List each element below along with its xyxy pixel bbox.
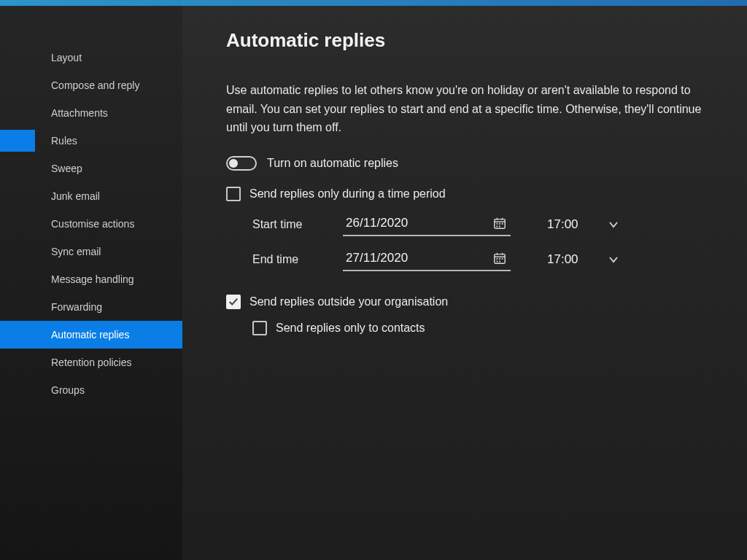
start-time-row: Start time 26/11/2020 17:00 bbox=[252, 213, 718, 236]
start-time-label: Start time bbox=[252, 218, 325, 231]
svg-rect-13 bbox=[497, 258, 498, 260]
page-title: Automatic replies bbox=[226, 29, 718, 52]
end-time-label: End time bbox=[252, 253, 325, 266]
start-date-value: 26/11/2020 bbox=[346, 216, 408, 230]
time-period-checkbox[interactable] bbox=[226, 187, 241, 201]
sidebar-item-message-handling[interactable]: Message handling bbox=[0, 265, 182, 293]
end-time-dropdown[interactable]: 17:00 bbox=[547, 252, 619, 267]
automatic-replies-toggle-label: Turn on automatic replies bbox=[267, 157, 398, 170]
svg-rect-6 bbox=[502, 223, 503, 225]
sidebar-item-sweep[interactable]: Sweep bbox=[0, 155, 182, 182]
end-date-value: 27/11/2020 bbox=[346, 251, 408, 265]
only-contacts-checkbox-label: Send replies only to contacts bbox=[276, 322, 425, 335]
svg-rect-4 bbox=[497, 223, 498, 225]
calendar-icon bbox=[493, 252, 506, 265]
automatic-replies-toggle[interactable] bbox=[226, 156, 257, 171]
settings-panel: Automatic replies Use automatic replies … bbox=[182, 0, 747, 560]
chevron-down-icon bbox=[608, 254, 619, 265]
sidebar-item-compose-and-reply[interactable]: Compose and reply bbox=[0, 71, 182, 99]
sidebar-item-sync-email[interactable]: Sync email bbox=[0, 238, 182, 265]
start-time-value: 17:00 bbox=[547, 217, 578, 232]
outside-organisation-checkbox-label: Send replies outside your organisation bbox=[249, 295, 448, 308]
svg-rect-5 bbox=[499, 223, 500, 225]
end-time-value: 17:00 bbox=[547, 252, 578, 267]
sidebar-item-layout[interactable]: Layout bbox=[0, 44, 182, 71]
sidebar-item-rules[interactable]: Rules bbox=[0, 127, 182, 155]
sidebar-item-attachments[interactable]: Attachments bbox=[0, 99, 182, 127]
sidebar-item-customise-actions[interactable]: Customise actions bbox=[0, 210, 182, 238]
only-contacts-checkbox[interactable] bbox=[252, 321, 267, 335]
end-time-row: End time 27/11/2020 17:00 bbox=[252, 248, 718, 271]
svg-rect-17 bbox=[499, 260, 500, 262]
page-description: Use automatic replies to let others know… bbox=[226, 81, 718, 137]
svg-rect-8 bbox=[499, 225, 500, 227]
settings-sidebar: Layout Compose and reply Attachments Rul… bbox=[0, 0, 182, 560]
sidebar-item-junk-email[interactable]: Junk email bbox=[0, 182, 182, 210]
time-period-fields: Start time 26/11/2020 17:00 bbox=[252, 213, 718, 271]
outside-organisation-checkbox[interactable] bbox=[226, 295, 241, 309]
sidebar-item-forwarding[interactable]: Forwarding bbox=[0, 293, 182, 321]
end-date-input[interactable]: 27/11/2020 bbox=[343, 248, 511, 271]
svg-rect-16 bbox=[497, 260, 498, 262]
chevron-down-icon bbox=[608, 219, 619, 230]
svg-rect-15 bbox=[502, 258, 503, 260]
toggle-knob-icon bbox=[229, 159, 238, 168]
time-period-checkbox-label: Send replies only during a time period bbox=[249, 187, 446, 201]
start-time-dropdown[interactable]: 17:00 bbox=[547, 217, 619, 232]
svg-rect-14 bbox=[499, 258, 500, 260]
start-date-input[interactable]: 26/11/2020 bbox=[343, 213, 511, 236]
sidebar-item-automatic-replies[interactable]: Automatic replies bbox=[0, 321, 182, 349]
window-accent-bar bbox=[0, 0, 747, 6]
svg-rect-7 bbox=[497, 225, 498, 227]
calendar-icon bbox=[493, 217, 506, 230]
sidebar-item-groups[interactable]: Groups bbox=[0, 376, 182, 404]
sidebar-item-retention-policies[interactable]: Retention policies bbox=[0, 349, 182, 376]
